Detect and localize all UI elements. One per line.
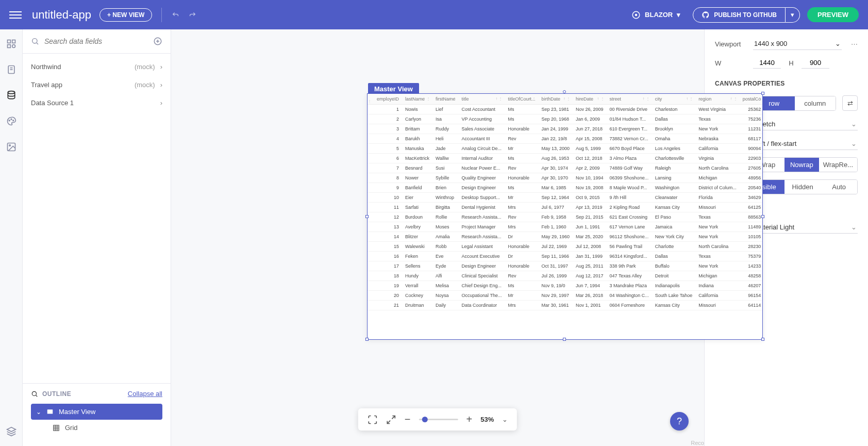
h-label: H	[787, 59, 795, 67]
publish-dropdown[interactable]: ▾	[786, 7, 800, 23]
column-header[interactable]: region↑ ⋮	[695, 94, 740, 105]
height-input[interactable]	[802, 57, 829, 69]
viewport-label: Viewport	[715, 40, 747, 48]
image-icon[interactable]	[6, 142, 16, 152]
table-row[interactable]: 20CockneyNoysaOccupational The...MrNov 2…	[368, 291, 763, 301]
column-header[interactable]: birthDate↑ ⋮	[538, 94, 573, 105]
table-row[interactable]: 15WalewskiRobbLegal AssistantHonorableJu…	[368, 242, 763, 252]
mock-label: (mock)	[135, 81, 155, 89]
w-label: W	[715, 59, 747, 67]
table-row[interactable]: 1NowisLiefCost AccountantMsSep 23, 1981N…	[368, 105, 763, 114]
datasource-name: Travel app	[31, 81, 135, 89]
column-header[interactable]: employeID↑ ⋮	[374, 94, 402, 105]
search-icon	[31, 37, 39, 45]
datasource-item[interactable]: Data Source 1›	[23, 94, 171, 112]
svg-line-17	[37, 43, 38, 44]
components-icon[interactable]	[6, 39, 16, 49]
valign-select[interactable]: Stretch ⌄	[753, 118, 858, 130]
column-header[interactable]: city↑ ⋮	[652, 94, 695, 105]
framework-selector[interactable]: BLAZOR ▾	[631, 10, 680, 20]
zoom-dropdown-icon[interactable]: ⌄	[502, 416, 508, 423]
table-row[interactable]: 10EierWinthropDesktop Support...MrSep 12…	[368, 193, 763, 203]
wrap-reverse-button[interactable]: WrapRe...	[819, 158, 857, 172]
table-row[interactable]: 18HundyAlfiClinical SpecialistRevJul 26,…	[368, 271, 763, 281]
menu-icon[interactable]	[9, 9, 22, 21]
preview-button[interactable]: PREVIEW	[807, 7, 859, 22]
undo-icon[interactable]	[171, 10, 180, 20]
column-header[interactable]: titleOfCourt...↑ ⋮	[505, 94, 538, 105]
table-row[interactable]: 11SarfatiBirgittaDental HygienistMrsJul …	[368, 203, 763, 212]
data-grid[interactable]: ⋮employeID↑ ⋮lastName↑ ⋮firstName↑ ⋮titl…	[368, 94, 763, 310]
slider-knob[interactable]	[422, 417, 427, 422]
outline-node-master-view[interactable]: ⌄ Master View	[31, 404, 162, 420]
overflow-auto-button[interactable]: Auto	[821, 180, 857, 194]
zoom-in-icon[interactable]: +	[466, 414, 472, 425]
github-icon	[702, 11, 710, 19]
svg-point-11	[11, 119, 12, 120]
new-view-button[interactable]: + NEW VIEW	[99, 8, 152, 22]
table-row[interactable]: 3BrittamRuddySales AssociateHonorableJan…	[368, 124, 763, 134]
table-row[interactable]: 5ManuskaJadeAnalog Circuit De...MrMay 13…	[368, 144, 763, 154]
add-datasource-icon[interactable]	[153, 37, 162, 46]
resize-handle-br[interactable]	[761, 338, 764, 341]
zoom-out-icon[interactable]: −	[405, 414, 411, 425]
outline-node-grid[interactable]: Grid	[31, 420, 162, 436]
table-row[interactable]: 16FekenEveAccount ExecutiveDrSep 11, 196…	[368, 252, 763, 261]
document-icon[interactable]	[6, 64, 16, 75]
column-header[interactable]: title↑ ⋮	[459, 94, 505, 105]
column-header[interactable]: firstName↑ ⋮	[432, 94, 459, 105]
redo-icon[interactable]	[188, 10, 197, 20]
nowrap-button[interactable]: Nowrap	[784, 158, 819, 172]
svg-point-9	[8, 91, 14, 94]
svg-rect-23	[47, 409, 53, 414]
publish-button[interactable]: PUBLISH TO GITHUB	[693, 7, 786, 23]
resize-handle-left[interactable]	[365, 215, 369, 218]
canvas-viewport[interactable]: ⋮employeID↑ ⋮lastName↑ ⋮firstName↑ ⋮titl…	[367, 93, 763, 340]
search-input[interactable]	[44, 37, 148, 45]
column-header[interactable]: hireDate↑ ⋮	[573, 94, 607, 105]
more-icon[interactable]: ⋯	[851, 40, 858, 48]
column-header[interactable]: postalCo↑ ⋮	[740, 94, 763, 105]
table-row[interactable]: 7BesnardSusiNuclear Power E...RevApr 30,…	[368, 163, 763, 173]
table-row[interactable]: 4BarukhHeliAccountant IIIRevJan 22, 19/8…	[368, 134, 763, 144]
table-row[interactable]: 14BlitzerAmaliaResearch Assista...DrMay …	[368, 232, 763, 242]
theme-select[interactable]: Material Light ⌄	[753, 221, 858, 234]
canvas-area[interactable]: Master View ⋮employeID↑ ⋮lastName↑ ⋮firs…	[171, 29, 704, 446]
blazor-icon	[631, 10, 641, 20]
table-row[interactable]: 8NowerSybilleQuality EngineerHonorableAp…	[368, 173, 763, 183]
collapse-all-link[interactable]: Collapse all	[128, 390, 162, 398]
chevron-right-icon: ›	[160, 81, 162, 89]
layers-icon[interactable]	[6, 426, 16, 437]
resize-handle-tr[interactable]	[761, 92, 764, 95]
help-fab[interactable]: ?	[670, 412, 689, 431]
resize-handle-top[interactable]	[563, 90, 566, 93]
resize-handle-right[interactable]	[761, 215, 764, 218]
datasource-item[interactable]: Northwind(mock)›	[23, 58, 171, 76]
database-icon[interactable]	[6, 90, 16, 101]
fit-screen-icon[interactable]	[368, 415, 378, 425]
width-input[interactable]	[753, 57, 781, 69]
outline-section: OUTLINE Collapse all ⌄ Master View Grid	[23, 383, 171, 446]
direction-column-button[interactable]: column	[795, 96, 836, 110]
swap-direction-icon[interactable]: ⇄	[842, 95, 858, 111]
table-row[interactable]: 2CarlyonIsaVP AccountingMsSep 20, 1968Ja…	[368, 114, 763, 124]
column-header[interactable]: street↑ ⋮	[607, 94, 652, 105]
table-row[interactable]: 6MacKettrickWalliwInternal AuditorMsAug …	[368, 154, 763, 163]
overflow-hidden-button[interactable]: Hidden	[784, 180, 821, 194]
halign-select[interactable]: Left / flex-start ⌄	[753, 138, 858, 150]
fullscreen-icon[interactable]	[386, 415, 396, 425]
column-header[interactable]: lastName↑ ⋮	[402, 94, 432, 105]
resize-handle-bottom[interactable]	[563, 338, 566, 341]
palette-icon[interactable]	[6, 116, 16, 126]
table-row[interactable]: 12BurdounRollieResearch Assista...RevFeb…	[368, 212, 763, 222]
table-row[interactable]: 13AvelbryMosesProject ManagerMrsFeb 1, 1…	[368, 222, 763, 232]
table-row[interactable]: 17SellensEydeDesign EngineerHonorableOct…	[368, 261, 763, 271]
table-row[interactable]: 21DruitmanDailyData CoordinatorMrsMar 30…	[368, 301, 763, 310]
table-row[interactable]: 9BanfieldBrienDesign EngineerMsMar 6, 19…	[368, 183, 763, 193]
zoom-slider[interactable]	[419, 419, 458, 420]
datasource-item[interactable]: Travel app(mock)›	[23, 76, 171, 94]
viewport-select[interactable]: 1440 x 900 ⌄	[753, 38, 842, 50]
resize-handle-bl[interactable]	[365, 338, 369, 341]
svg-point-16	[32, 39, 37, 43]
table-row[interactable]: 19VerrallMelisaChief Design Eng...MsNov …	[368, 281, 763, 291]
